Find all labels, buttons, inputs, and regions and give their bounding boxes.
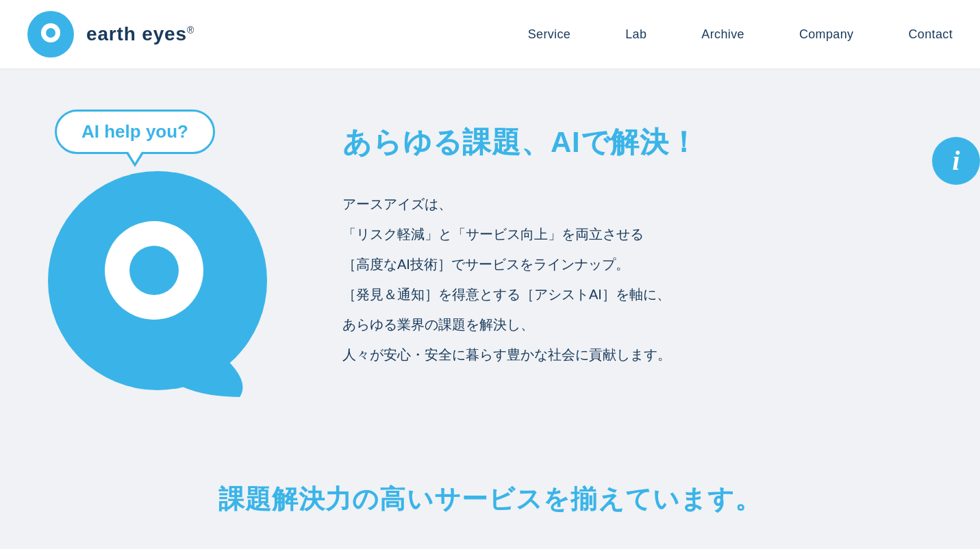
- info-badge[interactable]: i: [932, 137, 980, 185]
- nav-service[interactable]: Service: [528, 27, 571, 42]
- nav-contact[interactable]: Contact: [908, 27, 953, 42]
- hero-headline: あらゆる課題、AIで解決！: [342, 123, 925, 162]
- logo[interactable]: earth eyes®: [27, 11, 194, 58]
- hero-body-line-6: 人々が安心・安全に暮らす豊かな社会に貢献します。: [342, 340, 925, 370]
- logo-wordmark: earth eyes®: [86, 23, 194, 45]
- logo-icon: [27, 11, 74, 58]
- hero-right: あらゆる課題、AIで解決！ アースアイズは、 「リスク軽減」と「サービス向上」を…: [342, 110, 925, 370]
- main-nav: Service Lab Archive Company Contact: [528, 27, 953, 42]
- hero-section: AI help you? あらゆる課題、AIで解決！ アースアイズは、 「リスク…: [0, 68, 980, 441]
- hero-left: AI help you?: [41, 110, 301, 400]
- nav-company[interactable]: Company: [799, 27, 854, 42]
- svg-point-2: [46, 28, 55, 38]
- info-badge-icon: i: [952, 147, 959, 175]
- hero-body-line-5: あらゆる業界の課題を解決し、: [342, 309, 925, 340]
- mascot-logo: [41, 164, 301, 400]
- site-header: earth eyes® Service Lab Archive Company …: [0, 0, 980, 68]
- speech-bubble-text: AI help you?: [81, 121, 188, 142]
- hero-body-line-2: 「リスク軽減」と「サービス向上」を両立させる: [342, 219, 925, 249]
- hero-body-line-4: ［発見＆通知］を得意とする［アシストAI］を軸に、: [342, 279, 925, 309]
- bottom-headline: 課題解決力の高いサービスを揃えています。: [27, 482, 953, 517]
- bottom-section: 課題解決力の高いサービスを揃えています。: [0, 441, 980, 544]
- nav-lab[interactable]: Lab: [625, 27, 646, 42]
- hero-body-line-1: アースアイズは、: [342, 189, 925, 219]
- hero-body: アースアイズは、 「リスク軽減」と「サービス向上」を両立させる ［高度なAI技術…: [342, 189, 925, 370]
- speech-bubble: AI help you?: [55, 110, 215, 154]
- svg-point-5: [129, 246, 179, 295]
- nav-archive[interactable]: Archive: [701, 27, 744, 42]
- hero-body-line-3: ［高度なAI技術］でサービスをラインナップ。: [342, 249, 925, 279]
